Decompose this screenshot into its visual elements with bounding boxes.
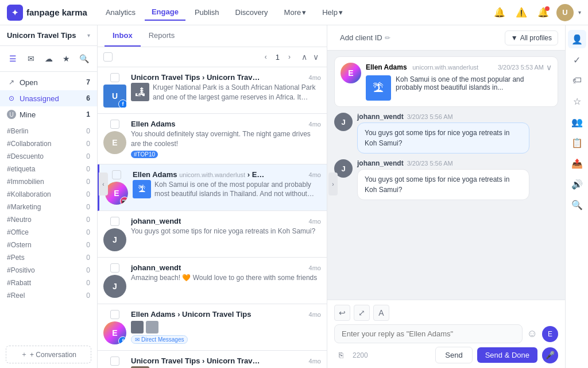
sort-desc-button[interactable]: ∨: [311, 51, 321, 63]
nav-publish[interactable]: Publish: [188, 5, 226, 20]
sidebar-icon-search[interactable]: 🔍: [77, 51, 91, 67]
profile-selector[interactable]: Unicorn Travel Tips ▾: [0, 25, 97, 46]
nav-analytics[interactable]: Analytics: [99, 5, 142, 20]
sidebar-open-count: 7: [82, 78, 90, 86]
tag-immobilien[interactable]: #Immobilien 0: [0, 175, 97, 188]
bell-icon-btn[interactable]: 🔔: [491, 4, 508, 21]
tag-pets[interactable]: #Pets 0: [0, 251, 97, 264]
send-button[interactable]: Send: [435, 347, 472, 363]
tag-positivo[interactable]: #Positivo 0: [0, 264, 97, 277]
rs-check-icon[interactable]: ✓: [568, 51, 586, 69]
sidebar-icon-messages[interactable]: ✉: [24, 51, 38, 67]
mic-button[interactable]: 🎤: [542, 347, 558, 363]
bell-icon: 🔔: [494, 7, 505, 18]
conversation-item[interactable]: E f Ellen Adams › Unicorn Travel Tips 4m…: [98, 304, 327, 351]
sidebar-icon-cloud[interactable]: ☁: [41, 51, 56, 67]
logo[interactable]: ✦ fanpage karma: [7, 5, 87, 21]
tag-descuento[interactable]: #Descuento 0: [0, 150, 97, 163]
conversation-body: johann_wendt 4mo You guys got some tips …: [131, 217, 321, 251]
copy-button[interactable]: ⎘: [334, 348, 348, 362]
conversation-checkbox[interactable]: [110, 263, 119, 273]
conversation-item[interactable]: U f Unicorn Travel Tips › Unicorn Travel…: [98, 351, 327, 368]
tag-marketing[interactable]: #Marketing 0: [0, 201, 97, 213]
user-avatar[interactable]: U: [556, 4, 574, 21]
sidebar-item-unassigned[interactable]: ⊙ Unassigned 6: [0, 90, 97, 106]
message-time: 3/20/23 5:53 AM: [498, 64, 544, 71]
add-client-button[interactable]: Add client ID ✏: [334, 30, 396, 45]
conversation-checkbox[interactable]: [110, 310, 119, 319]
tag-berlin[interactable]: #Berlin 0: [0, 125, 97, 137]
add-conversation-button[interactable]: ＋ + Conversation: [6, 346, 91, 363]
sort-asc-button[interactable]: ∧: [299, 51, 310, 63]
nav-more[interactable]: More ▾: [277, 5, 314, 20]
conversation-sender: Ellen Adams: [131, 120, 176, 128]
left-panel-collapse-button[interactable]: ‹: [99, 172, 108, 195]
nav-help[interactable]: Help ▾: [315, 5, 350, 20]
warning-icon-btn[interactable]: ⚠️: [513, 4, 530, 21]
conversation-checkbox[interactable]: [110, 120, 119, 129]
sidebar-icon-star[interactable]: ★: [59, 51, 74, 67]
nav-engage[interactable]: Engage: [145, 4, 185, 21]
nav-discovery[interactable]: Discovery: [229, 5, 275, 20]
tag-ostern[interactable]: #Ostern 0: [0, 239, 97, 251]
direct-message-badge: ✉ Direct Messages: [131, 335, 188, 344]
tag-collaboration[interactable]: #Collaboration 0: [0, 137, 97, 150]
rs-clipboard-icon[interactable]: 📋: [568, 133, 586, 152]
rs-share-icon[interactable]: 📤: [568, 154, 586, 172]
conversation-checkbox[interactable]: [110, 356, 119, 366]
conversation-checkbox[interactable]: [112, 170, 121, 179]
tag-neutro[interactable]: #Neutro 0: [0, 213, 97, 226]
conversation-checkbox[interactable]: [110, 217, 119, 226]
sidebar-item-mine[interactable]: U Mine 1: [0, 106, 97, 122]
conversation-preview: You guys got some tips for nice yoga ret…: [131, 227, 321, 236]
expand-icon[interactable]: ∨: [546, 63, 552, 72]
all-profiles-button[interactable]: ▼ All profiles: [505, 30, 558, 45]
conversation-item[interactable]: E 📷 Ellen Adams unicorn.with.wanderlust …: [98, 164, 327, 211]
tag-rabatt[interactable]: #Rabatt 0: [0, 277, 97, 289]
select-all-checkbox[interactable]: [103, 52, 113, 62]
sidebar-item-open[interactable]: ↗ Open 7: [0, 74, 97, 90]
reply-toolbar: ↩ ⤢ A: [334, 305, 558, 321]
rs-team-icon[interactable]: 👥: [568, 113, 586, 131]
notification-icon-btn[interactable]: 🔔: [535, 4, 552, 21]
rs-search-icon[interactable]: 🔍: [568, 195, 586, 214]
send-done-button[interactable]: Send & Done: [477, 347, 537, 363]
rs-profile-icon[interactable]: 👤: [568, 30, 586, 48]
rs-star-icon[interactable]: ☆: [568, 92, 586, 110]
conversation-item[interactable]: U f Unicorn Travel Tips › Unicorn Travel…: [98, 67, 327, 114]
tab-inbox[interactable]: Inbox: [105, 25, 141, 47]
conversation-item[interactable]: J johann_wendt 4mo You guys got some tip…: [98, 211, 327, 258]
conversation-tag: #TOP10: [131, 151, 158, 158]
reply-as-avatar[interactable]: E: [542, 326, 558, 342]
conversation-body: Ellen Adams unicorn.with.wanderlust › El…: [133, 170, 321, 205]
tag-office[interactable]: #Office 0: [0, 226, 97, 239]
user-menu-chevron[interactable]: ▾: [578, 9, 581, 16]
top-navigation: ✦ fanpage karma Analytics Engage Publish…: [0, 0, 588, 25]
chevron-down-icon: ▾: [339, 8, 343, 17]
emoji-button[interactable]: ☺: [527, 328, 537, 340]
rs-tag-icon[interactable]: 🏷: [568, 71, 586, 90]
media-thumb: [146, 321, 158, 334]
tab-reports[interactable]: Reports: [141, 25, 183, 47]
sidebar-icon-inbox[interactable]: ☰: [6, 51, 20, 67]
undo-button[interactable]: ↩: [334, 305, 350, 321]
reply-area: ↩ ⤢ A ☺ E ⎘ 2200 Send Send & Done 🎤: [327, 300, 565, 368]
profile-name: Unicorn Travel Tips: [7, 31, 84, 40]
tag-kollaboration[interactable]: #Kollaboration 0: [0, 188, 97, 201]
tag-etiqueta[interactable]: #etiqueta 0: [0, 163, 97, 175]
prev-page-button[interactable]: ‹: [260, 51, 272, 63]
font-button[interactable]: A: [373, 305, 389, 321]
reply-footer: ⎘ 2200 Send Send & Done 🎤: [334, 347, 558, 363]
next-page-button[interactable]: ›: [283, 51, 296, 63]
conversation-sender: Unicorn Travel Tips › Unicorn Travel Tip…: [131, 356, 263, 365]
conversation-item[interactable]: E Ellen Adams 4mo You should definitely …: [98, 114, 327, 164]
conversation-checkbox[interactable]: [110, 73, 119, 82]
right-panel-expand-button[interactable]: ›: [328, 172, 338, 195]
pagination-controls: ‹ 1 ›: [260, 51, 296, 63]
center-tabs: Inbox Reports: [98, 25, 327, 47]
expand-button[interactable]: ⤢: [354, 305, 370, 321]
reply-input[interactable]: [334, 324, 523, 343]
tag-reel[interactable]: #Reel 0: [0, 289, 97, 302]
rs-audio-icon[interactable]: 🔊: [568, 175, 586, 193]
conversation-item[interactable]: J johann_wendt 4mo Amazing beach! 🧡 Woul…: [98, 258, 327, 304]
